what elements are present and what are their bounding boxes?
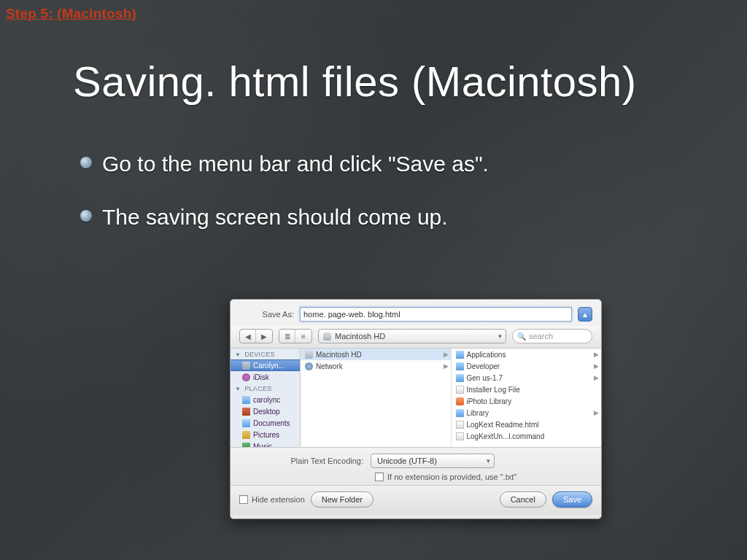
sidebar-item-label: Documents bbox=[253, 419, 290, 427]
column-item-label: LogKext Readme.html bbox=[467, 421, 539, 429]
music-icon bbox=[242, 443, 250, 448]
encoding-value: Unicode (UTF-8) bbox=[377, 456, 437, 465]
column-item[interactable]: Applications▶ bbox=[452, 349, 602, 360]
encoding-label: Plain Text Encoding: bbox=[239, 456, 363, 465]
column-item-label: Library bbox=[467, 409, 489, 417]
file-icon bbox=[456, 386, 464, 394]
chevron-right-icon: ▶ bbox=[594, 351, 599, 358]
collapse-toggle-button[interactable]: ▲ bbox=[578, 307, 592, 322]
chevron-up-icon: ▲ bbox=[581, 311, 589, 319]
location-label: Macintosh HD bbox=[335, 332, 385, 341]
column-item-label: Developer bbox=[467, 362, 500, 370]
file-icon bbox=[456, 432, 464, 440]
idisk-icon bbox=[242, 373, 250, 381]
file-icon bbox=[456, 421, 464, 429]
search-icon: 🔍 bbox=[517, 332, 526, 341]
nav-back-forward: ◀ ▶ bbox=[239, 329, 273, 343]
folder-icon bbox=[242, 419, 250, 427]
hard-drive-icon bbox=[305, 351, 313, 359]
chevron-updown-icon: ▾ bbox=[498, 332, 502, 340]
column-item-label: Applications bbox=[467, 351, 506, 359]
view-mode-toggle: ≣ ≡ bbox=[279, 329, 312, 343]
sidebar-item-label: Music bbox=[253, 443, 272, 448]
column-item-label: Gen us-1.7 bbox=[467, 374, 503, 382]
hard-drive-icon bbox=[323, 332, 331, 341]
disk-icon bbox=[242, 362, 250, 370]
column-item[interactable]: iPhoto Library bbox=[452, 395, 602, 407]
sidebar-item-place[interactable]: Documents bbox=[231, 417, 300, 429]
slide-title: Saving. html files (Macintosh) bbox=[73, 57, 636, 106]
desktop-icon bbox=[242, 408, 250, 416]
saveas-input[interactable] bbox=[300, 307, 572, 322]
nav-forward-button[interactable]: ▶ bbox=[256, 330, 272, 343]
folder-icon bbox=[456, 351, 464, 359]
sidebar-item-label: carolync bbox=[253, 396, 280, 404]
sidebar-devices-header: ▼DEVICES bbox=[231, 349, 300, 359]
bullet-item: Go to the menu bar and click "Save as". bbox=[80, 149, 689, 178]
column-item-label: Macintosh HD bbox=[316, 351, 362, 359]
save-button[interactable]: Save bbox=[552, 491, 592, 508]
new-folder-button[interactable]: New Folder bbox=[311, 491, 374, 508]
cancel-button[interactable]: Cancel bbox=[500, 491, 546, 508]
bullet-icon bbox=[80, 210, 92, 222]
sidebar-item-place[interactable]: carolync bbox=[231, 394, 300, 405]
sidebar-item-place[interactable]: Music bbox=[231, 440, 300, 447]
column-item-label: iPhoto Library bbox=[467, 397, 512, 405]
column-1: Macintosh HD ▶ Network ▶ bbox=[301, 349, 452, 447]
bullet-text: Go to the menu bar and click "Save as". bbox=[102, 149, 489, 178]
column-item[interactable]: Installer Log File bbox=[452, 384, 602, 395]
dialog-top-row: Save As: ▲ bbox=[231, 300, 601, 326]
column-item-label: LogKextUn...l.command bbox=[467, 432, 545, 440]
dialog-footer: Hide extension New Folder Cancel Save bbox=[231, 485, 601, 515]
column-item[interactable]: Library▶ bbox=[452, 407, 602, 419]
bullet-icon bbox=[80, 157, 92, 168]
chevron-right-icon: ▶ bbox=[594, 374, 599, 381]
checkbox-icon bbox=[239, 495, 248, 504]
column-item-label: Network bbox=[316, 362, 343, 370]
sidebar-item-device[interactable]: Carolyn... bbox=[231, 359, 300, 371]
folder-icon bbox=[456, 362, 464, 370]
chevron-right-icon: ▶ bbox=[594, 409, 599, 416]
column-item[interactable]: Gen us-1.7▶ bbox=[452, 372, 602, 384]
chevron-right-icon: ▶ bbox=[594, 362, 599, 370]
column-item[interactable]: LogKext Readme.html bbox=[452, 419, 602, 430]
column-item-label: Installer Log File bbox=[467, 386, 520, 394]
encoding-popup[interactable]: Unicode (UTF-8) ▾ bbox=[371, 454, 495, 468]
saveas-label: Save As: bbox=[239, 310, 294, 319]
view-list-button[interactable]: ≣ bbox=[279, 330, 295, 343]
column-item[interactable]: Macintosh HD ▶ bbox=[301, 349, 451, 360]
app-icon bbox=[456, 397, 464, 405]
column-item[interactable]: Developer▶ bbox=[452, 360, 602, 372]
network-icon bbox=[305, 362, 313, 370]
sidebar-item-label: Carolyn... bbox=[253, 362, 285, 370]
bullet-list: Go to the menu bar and click "Save as". … bbox=[80, 149, 689, 256]
save-dialog: Save As: ▲ ◀ ▶ ≣ ≡ Macintosh HD ▾ 🔍 sear… bbox=[230, 299, 602, 519]
chevron-right-icon: ▶ bbox=[444, 351, 449, 358]
search-field[interactable]: 🔍 search bbox=[512, 329, 592, 343]
sidebar-item-label: iDisk bbox=[253, 373, 269, 381]
noext-label: If no extension is provided, use ".txt" bbox=[387, 472, 516, 481]
dialog-encoding-section: Plain Text Encoding: Unicode (UTF-8) ▾ I… bbox=[231, 448, 601, 485]
nav-back-button[interactable]: ◀ bbox=[240, 330, 256, 343]
bullet-text: The saving screen should come up. bbox=[102, 203, 448, 231]
sidebar-item-place[interactable]: Desktop bbox=[231, 405, 300, 417]
folder-icon bbox=[242, 396, 250, 404]
folder-icon bbox=[456, 409, 464, 417]
column-item[interactable]: LogKextUn...l.command bbox=[452, 430, 602, 442]
sidebar-item-place[interactable]: Pictures bbox=[231, 429, 300, 440]
column-item[interactable]: Network ▶ bbox=[301, 360, 451, 372]
dialog-body: ▼DEVICES Carolyn... iDisk ▼PLACES caroly… bbox=[231, 349, 601, 448]
hide-extension-checkbox[interactable]: Hide extension bbox=[239, 495, 305, 504]
sidebar-places-header: ▼PLACES bbox=[231, 383, 300, 394]
sidebar-item-device[interactable]: iDisk bbox=[231, 371, 300, 383]
pictures-icon bbox=[242, 431, 250, 439]
location-popup[interactable]: Macintosh HD ▾ bbox=[318, 329, 506, 343]
chevron-updown-icon: ▾ bbox=[487, 457, 490, 464]
checkbox-icon bbox=[375, 472, 384, 481]
view-columns-button[interactable]: ≡ bbox=[295, 330, 311, 343]
bullet-item: The saving screen should come up. bbox=[80, 203, 689, 231]
column-2: Applications▶ Developer▶ Gen us-1.7▶ Ins… bbox=[452, 349, 602, 447]
sidebar-item-label: Pictures bbox=[253, 431, 279, 439]
sidebar: ▼DEVICES Carolyn... iDisk ▼PLACES caroly… bbox=[231, 349, 301, 447]
noext-checkbox-row[interactable]: If no extension is provided, use ".txt" bbox=[375, 472, 592, 481]
